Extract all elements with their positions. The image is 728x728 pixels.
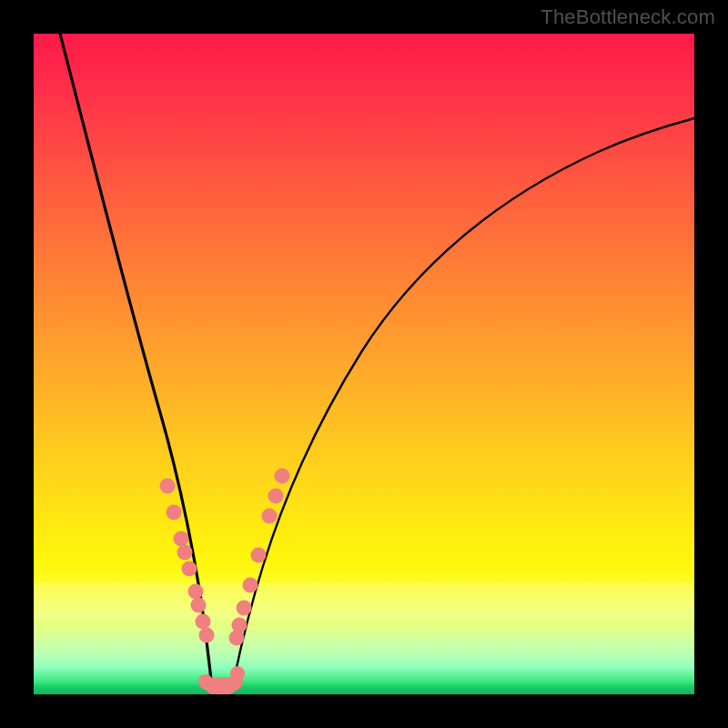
left-branch-markers [160, 479, 215, 643]
svg-point-15 [199, 628, 215, 643]
curve-right-branch [234, 118, 694, 680]
svg-point-21 [262, 509, 278, 524]
svg-point-19 [243, 578, 258, 593]
svg-point-11 [182, 561, 197, 577]
svg-point-9 [174, 531, 189, 547]
svg-point-6 [230, 666, 245, 681]
svg-point-18 [237, 601, 252, 616]
right-branch-markers [229, 469, 290, 646]
svg-point-14 [196, 614, 211, 630]
bottleneck-curve [34, 34, 694, 694]
chart-frame: TheBottleneck.com [0, 0, 728, 728]
svg-point-7 [160, 479, 176, 494]
svg-point-8 [167, 505, 182, 521]
curve-left-branch [60, 34, 211, 680]
plot-area [34, 34, 694, 694]
svg-point-22 [268, 489, 284, 504]
svg-point-10 [177, 545, 193, 561]
svg-point-20 [251, 548, 267, 563]
valley-marker-cluster [198, 666, 245, 694]
svg-point-17 [232, 618, 248, 633]
svg-point-12 [188, 584, 204, 600]
svg-point-23 [275, 469, 290, 484]
svg-point-13 [191, 598, 207, 613]
watermark-text: TheBottleneck.com [541, 5, 715, 29]
